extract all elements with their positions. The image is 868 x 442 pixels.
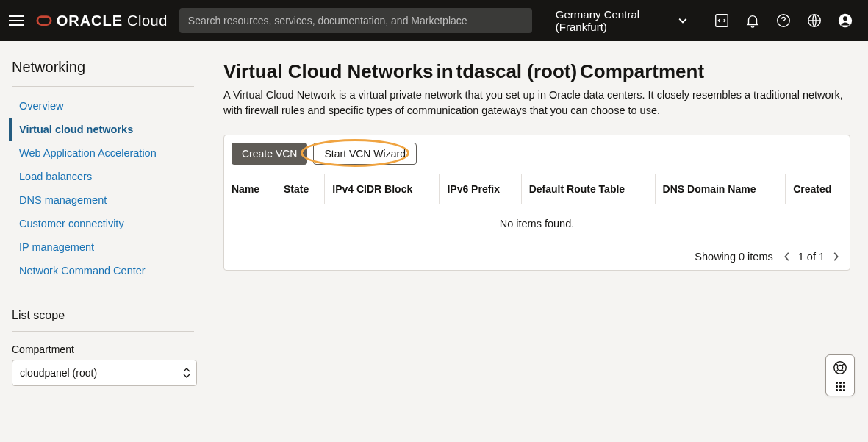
list-scope-heading: List scope xyxy=(12,309,194,332)
title-compartment: tdascal (root) xyxy=(456,60,577,82)
col-route-table[interactable]: Default Route Table xyxy=(521,174,655,204)
sidebar-item-vcn[interactable]: Virtual cloud networks xyxy=(9,118,194,141)
sidebar-item-waa[interactable]: Web Application Acceleration xyxy=(12,141,194,165)
chevron-down-icon xyxy=(678,15,687,26)
empty-state: No items found. xyxy=(224,204,850,243)
sidebar-nav: Overview Virtual cloud networks Web Appl… xyxy=(12,94,194,282)
sidebar-item-ip-management[interactable]: IP management xyxy=(12,235,194,259)
select-caret-icon xyxy=(183,368,190,378)
top-header: ORACLE Cloud Germany Central (Frankfurt) xyxy=(0,0,868,41)
col-ipv6[interactable]: IPv6 Prefix xyxy=(440,174,521,204)
vcn-panel: Create VCN Start VCN Wizard Name State I… xyxy=(223,135,850,271)
svg-point-5 xyxy=(843,16,847,21)
showing-count: Showing 0 items xyxy=(695,251,772,263)
profile-icon[interactable] xyxy=(837,13,853,29)
sidebar: Networking Overview Virtual cloud networ… xyxy=(0,41,206,442)
region-selector[interactable]: Germany Central (Frankfurt) xyxy=(556,8,687,33)
globe-icon[interactable] xyxy=(806,13,822,29)
main-content: Virtual Cloud Networks in tdascal (root)… xyxy=(206,41,868,442)
sidebar-item-dns[interactable]: DNS management xyxy=(12,188,194,212)
notifications-icon[interactable] xyxy=(745,13,761,29)
sidebar-item-load-balancers[interactable]: Load balancers xyxy=(12,165,194,188)
search-input[interactable] xyxy=(179,8,532,33)
sidebar-item-customer-connectivity[interactable]: Customer connectivity xyxy=(12,212,194,235)
svg-point-7 xyxy=(837,365,842,370)
compartment-label: Compartment xyxy=(12,343,194,355)
page-description: A Virtual Cloud Network is a virtual pri… xyxy=(223,88,850,118)
col-created[interactable]: Created xyxy=(786,174,850,204)
floating-help-panel[interactable] xyxy=(825,354,855,396)
pager-indicator: 1 of 1 xyxy=(798,251,825,263)
oracle-cloud-logo[interactable]: ORACLE Cloud xyxy=(36,13,168,29)
col-name[interactable]: Name xyxy=(224,174,276,204)
panel-actions: Create VCN Start VCN Wizard xyxy=(224,135,850,174)
title-prefix: Virtual Cloud Networks xyxy=(223,60,434,82)
panel-footer: Showing 0 items 1 of 1 xyxy=(224,243,850,270)
pager-prev-icon[interactable] xyxy=(782,252,792,262)
brand-cloud: Cloud xyxy=(127,13,168,29)
app-grid-icon xyxy=(836,382,845,391)
dev-tools-icon[interactable] xyxy=(714,13,730,29)
page-title: Virtual Cloud Networks in tdascal (root)… xyxy=(223,60,850,83)
region-label: Germany Central (Frankfurt) xyxy=(556,8,674,33)
compartment-select[interactable]: cloudpanel (root) xyxy=(12,360,197,386)
brand-oracle: ORACLE xyxy=(57,13,123,29)
oracle-o-icon xyxy=(36,13,52,29)
help-icon[interactable] xyxy=(775,13,792,29)
compartment-value: cloudpanel (root) xyxy=(20,367,97,379)
col-state[interactable]: State xyxy=(276,174,324,204)
title-in: in xyxy=(436,60,453,82)
sidebar-heading: Networking xyxy=(12,59,194,87)
col-ipv4[interactable]: IPv4 CIDR Block xyxy=(325,174,440,204)
pager-next-icon[interactable] xyxy=(831,252,841,262)
create-vcn-button[interactable]: Create VCN xyxy=(232,143,307,165)
vcn-table: Name State IPv4 CIDR Block IPv6 Prefix D… xyxy=(224,174,850,243)
svg-rect-1 xyxy=(716,15,728,27)
header-toolbar xyxy=(714,13,853,29)
start-vcn-wizard-button[interactable]: Start VCN Wizard xyxy=(313,143,416,165)
svg-rect-0 xyxy=(37,17,50,25)
sidebar-item-overview[interactable]: Overview xyxy=(12,94,194,118)
sidebar-item-network-command-center[interactable]: Network Command Center xyxy=(12,259,194,282)
col-dns[interactable]: DNS Domain Name xyxy=(655,174,786,204)
title-suffix: Compartment xyxy=(580,60,704,82)
lifebuoy-icon xyxy=(832,360,848,376)
hamburger-menu-icon[interactable] xyxy=(9,12,24,29)
pager: 1 of 1 xyxy=(782,251,841,263)
